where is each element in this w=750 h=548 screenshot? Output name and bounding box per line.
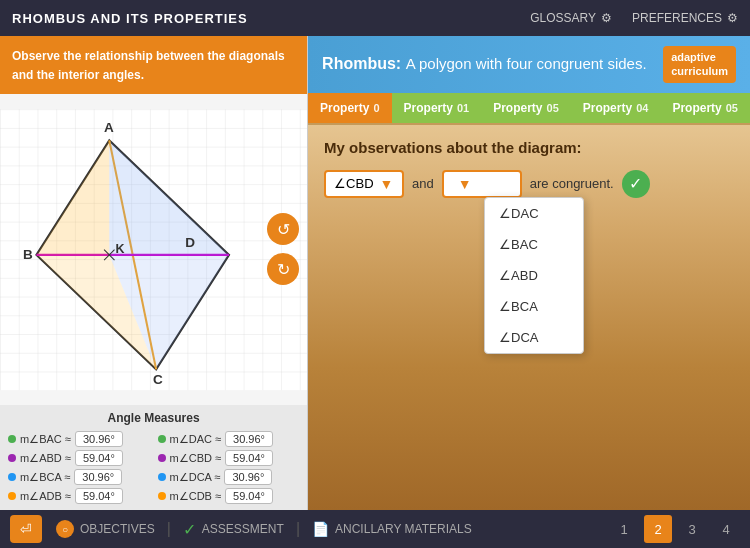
bottom-bar: ⏎ ○ OBJECTIVES | ✓ ASSESSMENT | 📄 ANCILL… (0, 510, 750, 548)
instruction-text: Observe the relationship between the dia… (12, 49, 285, 82)
angle-row: m∠ABD ≈ 59.04° (8, 450, 150, 466)
objectives-label: OBJECTIVES (80, 522, 155, 536)
dot-orange (8, 492, 16, 500)
assessment-label: ASSESSMENT (202, 522, 284, 536)
angle-value: 30.96° (74, 469, 122, 485)
svg-text:A: A (104, 120, 114, 135)
tab-num: 0 (373, 102, 379, 114)
and-label: and (412, 176, 434, 191)
first-angle-select[interactable]: ∠CBD ▼ (324, 170, 404, 198)
logo-line2: curriculum (671, 64, 728, 78)
first-angle-value: ∠CBD (334, 176, 373, 191)
tab-bar: Property 0 Property 01 Property 05 Prope… (308, 93, 750, 125)
congruent-label: are congruent. (530, 176, 614, 191)
page-1[interactable]: 1 (610, 515, 638, 543)
assessment-nav[interactable]: ✓ ASSESSMENT (183, 520, 284, 539)
observations-title: My observations about the diagram: (324, 139, 734, 156)
adaptive-logo: adaptive curriculum (663, 46, 736, 83)
second-angle-select[interactable]: ▼ (442, 170, 522, 198)
angle-dropdown-menu: ∠DAC ∠BAC ∠ABD ∠BCA ∠DCA (484, 197, 584, 354)
dropdown-item-abd[interactable]: ∠ABD (485, 260, 583, 291)
diagram-area: A B C D K ↺ ↻ (0, 94, 307, 405)
dot-blue (8, 473, 16, 481)
rotate-button[interactable]: ↻ (267, 253, 299, 285)
nav-divider: | (167, 520, 171, 538)
refresh-button[interactable]: ↺ (267, 213, 299, 245)
tab-label: Property (672, 101, 721, 115)
page-numbers: 1 2 3 4 (610, 515, 740, 543)
angle-row: m∠DAC ≈ 30.96° (158, 431, 300, 447)
page-3[interactable]: 3 (678, 515, 706, 543)
rhombus-description: Rhombus: A polygon with four congruent s… (322, 55, 647, 73)
dot-blue (158, 473, 166, 481)
preferences-label: PREFERENCES (632, 11, 722, 25)
tab-label: Property (493, 101, 542, 115)
angle-value: 59.04° (225, 450, 273, 466)
preferences-icon: ⚙ (727, 11, 738, 25)
dropdown-item-dca[interactable]: ∠DCA (485, 322, 583, 353)
top-bar-actions: GLOSSARY ⚙ PREFERENCES ⚙ (530, 11, 738, 25)
angle-value: 59.04° (75, 450, 123, 466)
ancillary-nav[interactable]: 📄 ANCILLARY MATERIALS (312, 521, 472, 537)
angle-label: m∠BAC ≈ (20, 433, 71, 446)
angle-row: m∠ADB ≈ 59.04° (8, 488, 150, 504)
tab-property-2[interactable]: Property 05 (481, 93, 571, 123)
app-title: RHOMBUS AND ITS PROPERTIES (12, 11, 248, 26)
tab-property-0[interactable]: Property 0 (308, 93, 391, 123)
right-header: Rhombus: A polygon with four congruent s… (308, 36, 750, 93)
angle-row: m∠DCA ≈ 30.96° (158, 469, 300, 485)
observations-row: ∠CBD ▼ and ▼ are congruent. ✓ (324, 170, 734, 198)
angle-row: m∠CBD ≈ 59.04° (158, 450, 300, 466)
angle-label: m∠CDB ≈ (170, 490, 221, 503)
logo-line1: adaptive (671, 50, 728, 64)
rhombus-title: Rhombus: (322, 55, 406, 72)
tab-property-3[interactable]: Property 04 (571, 93, 661, 123)
dropdown-item-bac[interactable]: ∠BAC (485, 229, 583, 260)
dropdown-arrow-icon: ▼ (380, 176, 394, 192)
preferences-button[interactable]: PREFERENCES ⚙ (632, 11, 738, 25)
tab-num: 05 (547, 102, 559, 114)
tab-property-4[interactable]: Property 05 (660, 93, 750, 123)
adaptive-text: adaptive curriculum (671, 50, 728, 79)
angle-grid: m∠BAC ≈ 30.96° m∠DAC ≈ 30.96° m∠ABD ≈ 59… (8, 431, 299, 504)
angle-label: m∠ADB ≈ (20, 490, 71, 503)
dot-purple (158, 454, 166, 462)
angle-value: 30.96° (225, 431, 273, 447)
diagram-controls: ↺ ↻ (267, 213, 299, 285)
angle-measures-section: Angle Measures m∠BAC ≈ 30.96° m∠DAC ≈ 30… (0, 405, 307, 510)
angle-label: m∠BCA ≈ (20, 471, 70, 484)
objectives-nav[interactable]: ○ OBJECTIVES (56, 520, 155, 538)
reset-button[interactable]: ⏎ (10, 515, 42, 543)
angle-value: 59.04° (75, 488, 123, 504)
ancillary-label: ANCILLARY MATERIALS (335, 522, 472, 536)
tab-label: Property (583, 101, 632, 115)
angle-value: 59.04° (225, 488, 273, 504)
tab-num: 04 (636, 102, 648, 114)
svg-text:K: K (116, 241, 125, 255)
nav-divider-2: | (296, 520, 300, 538)
dropdown-item-dac[interactable]: ∠DAC (485, 198, 583, 229)
content-area: My observations about the diagram: ∠CBD … (308, 125, 750, 510)
angle-row: m∠BCA ≈ 30.96° (8, 469, 150, 485)
tab-num: 05 (726, 102, 738, 114)
angle-label: m∠CBD ≈ (170, 452, 221, 465)
dot-green (158, 435, 166, 443)
dot-purple (8, 454, 16, 462)
dropdown-item-bca[interactable]: ∠BCA (485, 291, 583, 322)
objectives-circle-icon: ○ (56, 520, 74, 538)
angle-label: m∠DCA ≈ (170, 471, 221, 484)
bottom-left-nav: ⏎ ○ OBJECTIVES | ✓ ASSESSMENT | 📄 ANCILL… (10, 515, 472, 543)
document-icon: 📄 (312, 521, 329, 537)
dot-orange (158, 492, 166, 500)
tab-property-1[interactable]: Property 01 (392, 93, 482, 123)
page-4[interactable]: 4 (712, 515, 740, 543)
top-bar: RHOMBUS AND ITS PROPERTIES GLOSSARY ⚙ PR… (0, 0, 750, 36)
glossary-button[interactable]: GLOSSARY ⚙ (530, 11, 612, 25)
angle-label: m∠DAC ≈ (170, 433, 221, 446)
angle-row: m∠CDB ≈ 59.04° (158, 488, 300, 504)
page-2[interactable]: 2 (644, 515, 672, 543)
angle-value: 30.96° (75, 431, 123, 447)
right-panel: Rhombus: A polygon with four congruent s… (308, 36, 750, 510)
left-panel: Observe the relationship between the dia… (0, 36, 308, 510)
angle-row: m∠BAC ≈ 30.96° (8, 431, 150, 447)
